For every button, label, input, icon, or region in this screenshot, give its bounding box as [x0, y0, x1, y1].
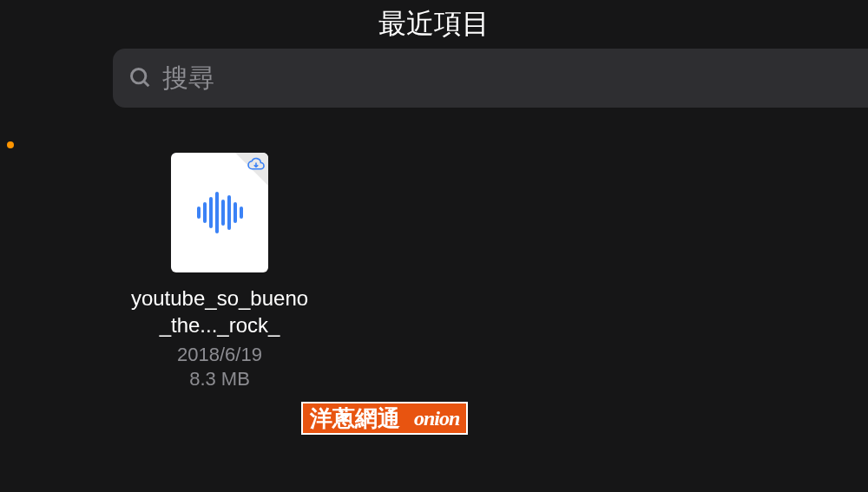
watermark-text-left: 洋蔥網通 — [303, 403, 407, 433]
search-bar[interactable] — [113, 49, 868, 108]
watermark-text-right: onion — [407, 403, 466, 433]
file-thumbnail — [171, 153, 268, 272]
page-title: 最近項目 — [0, 5, 868, 43]
file-item[interactable]: youtube_so_bueno_the..._rock_ 2018/6/19 … — [128, 153, 311, 390]
file-grid: youtube_so_bueno_the..._rock_ 2018/6/19 … — [128, 153, 311, 390]
notification-dot — [7, 141, 14, 148]
cloud-download-badge — [235, 153, 268, 186]
watermark-logo: 洋蔥網通 onion — [301, 402, 468, 435]
search-input[interactable] — [162, 63, 868, 93]
file-name: youtube_so_bueno_the..._rock_ — [128, 285, 311, 338]
cloud-download-icon — [247, 155, 266, 171]
svg-point-0 — [132, 69, 146, 83]
file-date: 2018/6/19 — [177, 344, 262, 366]
file-size: 8.3 MB — [189, 368, 250, 390]
svg-line-1 — [144, 82, 149, 87]
audio-waveform-icon — [197, 191, 243, 234]
search-icon — [128, 65, 154, 91]
